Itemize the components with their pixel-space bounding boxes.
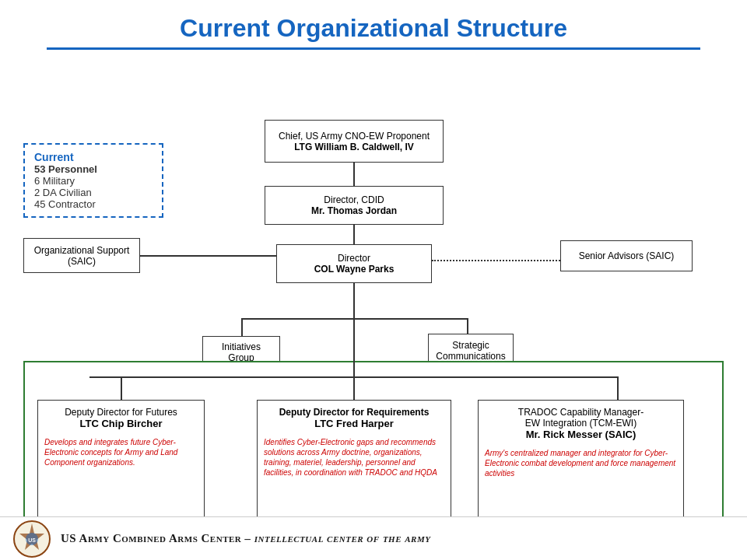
director-line2: COL Wayne Parks — [314, 264, 395, 275]
cdid-line1: Director, CDID — [324, 194, 384, 205]
strategic-line2: Communications — [436, 351, 505, 362]
line-to-deputy-req — [353, 376, 355, 400]
da-civilian-count: 2 DA Civilian — [34, 187, 153, 198]
director-cdid-box: Director, CDID Mr. Thomas Jordan — [265, 186, 444, 225]
org-support-line1: Organizational Support — [34, 245, 130, 256]
current-label: Current — [34, 151, 153, 163]
req-line2: LTC Fred Harper — [314, 418, 394, 429]
line-orgsupport-to-director — [140, 255, 276, 257]
senior-advisors-line1: Senior Advisors (SAIC) — [579, 250, 675, 261]
line-to-initiatives — [241, 318, 243, 338]
strategic-line1: Strategic — [452, 340, 489, 351]
military-count: 6 Military — [34, 175, 153, 187]
title-underline — [47, 47, 700, 50]
dotted-line-senior-advisors — [432, 260, 560, 261]
footer-text: US Army Combined Arms Center – intellect… — [61, 532, 430, 545]
deputy-req-box: Deputy Director for Requirements LTC Fre… — [257, 400, 451, 532]
futures-line1: Deputy Director for Futures — [65, 407, 177, 418]
personnel-count: 53 Personnel — [34, 163, 153, 175]
line-cdid-to-director — [353, 225, 355, 244]
deputy-futures-box: Deputy Director for Futures LTC Chip Bir… — [37, 400, 205, 532]
contractor-count: 45 Contractor — [34, 198, 153, 210]
futures-desc: Develops and integrates future Cyber-Ele… — [44, 437, 198, 467]
line-director-to-green — [353, 318, 355, 376]
req-line1: Deputy Director for Requirements — [279, 407, 430, 418]
tradoc-box: TRADOC Capability Manager- EW Integratio… — [478, 400, 684, 532]
line-chief-to-cdid — [353, 163, 355, 186]
current-personnel-box: Current 53 Personnel 6 Military 2 DA Civ… — [23, 143, 163, 218]
cdid-line2: Mr. Thomas Jordan — [311, 205, 397, 216]
tradoc-line3: Mr. Rick Messer (SAIC) — [526, 429, 637, 440]
line-to-deputy-futures — [121, 376, 122, 400]
line-to-tradoc — [617, 376, 619, 400]
footer-sub: – intellectual center of the army — [245, 532, 431, 544]
tradoc-line2: EW Integration (TCM-EWI) — [525, 418, 637, 429]
org-support-line2: (SAIC) — [68, 256, 96, 267]
director-box: Director COL Wayne Parks — [276, 244, 432, 283]
army-logo-icon: US — [12, 520, 51, 558]
chief-box: Chief, US Army CNO-EW Proponent LTG Will… — [265, 120, 444, 163]
req-desc: Identifies Cyber-Electronic gaps and rec… — [264, 437, 444, 478]
senior-advisors-box: Senior Advisors (SAIC) — [560, 240, 693, 271]
svg-text:US: US — [28, 537, 36, 543]
tradoc-desc: Army's centralized manager and integrato… — [485, 448, 677, 478]
chief-line1: Chief, US Army CNO-EW Proponent — [279, 131, 430, 142]
footer: US US Army Combined Arms Center – intell… — [0, 516, 747, 560]
chief-line2: LTG William B. Caldwell, IV — [294, 142, 414, 152]
org-support-box: Organizational Support (SAIC) — [23, 238, 140, 273]
org-chart-area: Current 53 Personnel 6 Military 2 DA Civ… — [0, 58, 747, 509]
futures-line2: LTC Chip Bircher — [80, 418, 163, 429]
initiatives-line1: Initiatives — [222, 341, 261, 352]
page-title: Current Organizational Structure — [0, 0, 747, 47]
director-line1: Director — [338, 253, 370, 264]
footer-main: US Army Combined Arms Center — [61, 532, 241, 544]
line-director-down — [353, 283, 355, 318]
tradoc-line1: TRADOC Capability Manager- — [518, 407, 644, 418]
